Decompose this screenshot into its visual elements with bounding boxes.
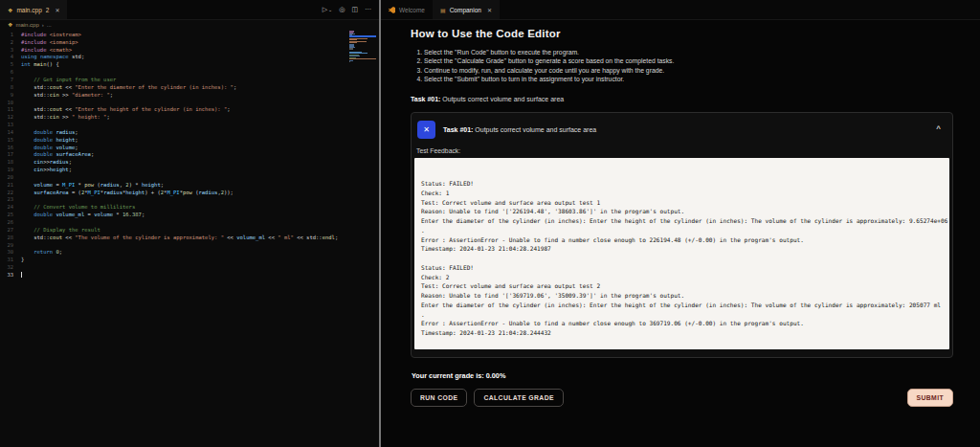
run-code-button[interactable]: RUN CODE [411, 389, 467, 407]
task-feedback-card: ✕ Task #01: Outputs correct volume and s… [411, 112, 953, 358]
tab-welcome[interactable]: Welcome [381, 0, 433, 19]
submit-button[interactable]: SUBMIT [907, 389, 953, 407]
close-icon[interactable]: ✕ [487, 7, 492, 13]
tab-companion[interactable]: ▤ Companion ✕ [433, 0, 500, 19]
breadcrumb-file[interactable]: main.cpp [15, 22, 38, 28]
task-label: Task #01: [411, 96, 440, 102]
breadcrumb[interactable]: ❖ main.cpp › ... [0, 20, 379, 29]
companion-content: How to Use the Code Editor Select the "R… [381, 20, 980, 447]
run-code-icon[interactable]: ▷⌄ [323, 6, 333, 13]
action-button-row: RUN CODE CALCULATE GRADE SUBMIT [411, 389, 953, 407]
code-editor-app: ❖ main.cpp 2 ✕ ▷⌄ ◎ ◫ ⋯ ❖ main.cpp › ...… [0, 0, 980, 447]
editor-pane: ❖ main.cpp 2 ✕ ▷⌄ ◎ ◫ ⋯ ❖ main.cpp › ...… [0, 0, 379, 447]
x-icon: ✕ [423, 125, 430, 134]
breadcrumb-more[interactable]: ... [47, 22, 52, 28]
close-icon[interactable]: ✕ [55, 7, 59, 13]
panel-tabbar: Welcome ▤ Companion ✕ [381, 0, 980, 20]
more-actions-icon[interactable]: ⋯ [365, 6, 371, 13]
task-desc: Outputs correct volume and surface area [440, 96, 564, 102]
task-card-header: ✕ Task #01: Outputs correct volume and s… [413, 118, 950, 145]
companion-pane: Welcome ▤ Companion ✕ How to Use the Cod… [381, 0, 980, 447]
feedback-label: Test Feedback: [416, 147, 950, 154]
task-summary: Task #01: Outputs correct volume and sur… [411, 96, 953, 102]
tab-main-cpp[interactable]: ❖ main.cpp 2 ✕ [0, 0, 67, 19]
cpp-file-icon: ❖ [8, 21, 12, 28]
code-lines[interactable]: 1#include <iostream>2#include <iomanip>3… [0, 31, 379, 279]
editor-tabbar: ❖ main.cpp 2 ✕ ▷⌄ ◎ ◫ ⋯ [0, 0, 379, 20]
tab-label: Welcome [399, 7, 425, 13]
tab-label: main.cpp [16, 7, 41, 13]
tab-badge: 2 [46, 7, 50, 13]
code-editor-surface[interactable]: 1#include <iostream>2#include <iomanip>3… [0, 29, 379, 447]
current-grade-text: Your current grade is: 0.00% [412, 371, 953, 380]
chevron-up-icon[interactable]: ^ [936, 126, 941, 133]
editor-actions: ▷⌄ ◎ ◫ ⋯ [315, 0, 379, 19]
minimap[interactable] [349, 31, 376, 65]
page-title: How to Use the Code Editor [411, 28, 953, 39]
breadcrumb-separator: › [42, 22, 44, 28]
cpp-file-icon: ❖ [8, 7, 12, 13]
circle-icon[interactable]: ◎ [339, 6, 345, 13]
split-editor-icon[interactable]: ◫ [351, 6, 358, 13]
task-card-title: Task #01: Outputs correct volume and sur… [443, 126, 596, 133]
instructions-list: Select the "Run Code" button to execute … [424, 48, 953, 84]
calculate-grade-button[interactable]: CALCULATE GRADE [474, 389, 563, 407]
test-feedback-textarea[interactable]: Status: FAILED! Check: 1 Test: Correct v… [414, 158, 949, 349]
tab-label: Companion [450, 7, 481, 13]
companion-icon: ▤ [440, 7, 446, 13]
task-failed-x-button[interactable]: ✕ [417, 121, 435, 139]
chevron-down-icon: ⌄ [328, 7, 332, 12]
vscode-logo-icon [389, 7, 395, 13]
